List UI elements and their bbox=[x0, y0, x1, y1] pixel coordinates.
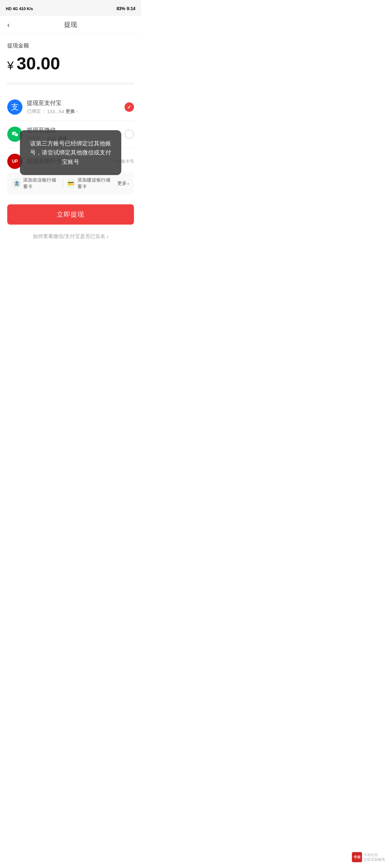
wechat-account: 杨杨 bbox=[47, 135, 56, 142]
wechat-bound-label: 已绑定： bbox=[27, 135, 46, 142]
currency-symbol: ¥ bbox=[7, 59, 14, 72]
battery-level: 83% bbox=[117, 6, 125, 11]
no-card-note: 可免输卡号 bbox=[112, 158, 134, 165]
status-bar: HD 4G 410 K/s 83% 9:14 bbox=[0, 0, 141, 16]
more-button[interactable]: 更多 › bbox=[117, 180, 129, 187]
alipay-radio-selected[interactable] bbox=[125, 102, 134, 112]
alipay-bound-label: 已绑定： bbox=[27, 108, 46, 115]
bank-section-header: UP 提现至银行卡 可免输卡号 bbox=[7, 154, 134, 169]
alipay-option[interactable]: 支 提现至支付宝 已绑定： 133...54 更换 › bbox=[7, 94, 134, 121]
withdraw-button[interactable]: 立即提现 bbox=[7, 204, 134, 225]
bank-title-row: UP 提现至银行卡 bbox=[7, 154, 62, 169]
bank-add-icon-2: 💳 bbox=[66, 178, 75, 188]
amount-value: ¥ 30.00 bbox=[7, 54, 134, 73]
alipay-change-arrow: › bbox=[76, 109, 78, 114]
alipay-account: 133...54 bbox=[47, 109, 64, 114]
amount-section: 提现金额 ¥ 30.00 bbox=[7, 42, 134, 85]
status-left: HD 4G 410 K/s bbox=[6, 7, 33, 11]
alipay-info: 提现至支付宝 已绑定： 133...54 更换 › bbox=[27, 99, 125, 115]
bank-add-row: 🏦 添加农业银行储蓄卡 💳 添加建设银行储蓄卡 更多 › bbox=[7, 173, 134, 194]
bank-add-item-1[interactable]: 🏦 添加农业银行储蓄卡 bbox=[12, 177, 60, 190]
amount-number: 30.00 bbox=[17, 54, 60, 73]
payment-options: 支 提现至支付宝 已绑定： 133...54 更换 › bbox=[7, 94, 134, 197]
bank-add-item-2[interactable]: 💳 添加建设银行储蓄卡 bbox=[66, 177, 114, 190]
more-label: 更多 bbox=[117, 180, 127, 187]
back-button[interactable]: ‹ bbox=[6, 19, 11, 30]
page-title: 提现 bbox=[64, 20, 77, 29]
bank-add-text-2: 添加建设银行储蓄卡 bbox=[77, 177, 114, 190]
main-content: 提现金额 ¥ 30.00 支 提现至支付宝 已绑定： 133...54 更换 › bbox=[0, 34, 141, 243]
bank-add-icon-1: 🏦 bbox=[12, 178, 21, 188]
wechat-icon bbox=[7, 127, 22, 142]
wechat-name: 提现至微信 bbox=[27, 127, 125, 134]
help-text: 如何查看微信/支付宝是否已实名 bbox=[33, 233, 105, 240]
wechat-change-arrow: › bbox=[69, 136, 70, 141]
help-arrow: › bbox=[107, 234, 109, 239]
time-display: 9:14 bbox=[127, 6, 135, 11]
header: ‹ 提现 bbox=[0, 16, 141, 34]
unionpay-icon: UP bbox=[7, 154, 22, 169]
wechat-option[interactable]: 提现至微信 已绑定： 杨杨 更换 › bbox=[7, 121, 134, 148]
more-arrow: › bbox=[127, 181, 129, 186]
alipay-change-btn[interactable]: 更换 bbox=[66, 108, 75, 115]
wechat-radio-unselected[interactable] bbox=[125, 129, 134, 139]
wechat-change-btn[interactable]: 更换 bbox=[58, 135, 67, 142]
alipay-name: 提现至支付宝 bbox=[27, 99, 125, 107]
bank-section: UP 提现至银行卡 可免输卡号 🏦 添加农业银行储蓄卡 💳 添加建设银行储蓄卡 … bbox=[7, 148, 134, 197]
help-link[interactable]: 如何查看微信/支付宝是否已实名 › bbox=[7, 230, 134, 243]
alipay-sub: 已绑定： 133...54 更换 › bbox=[27, 108, 125, 115]
divider-vertical bbox=[63, 178, 63, 188]
bank-title: 提现至银行卡 bbox=[27, 158, 62, 165]
alipay-icon: 支 bbox=[7, 99, 22, 115]
status-right: 83% 9:14 bbox=[117, 6, 135, 11]
status-info: HD 4G 410 K/s bbox=[6, 7, 33, 11]
amount-label: 提现金额 bbox=[7, 42, 134, 49]
wechat-sub: 已绑定： 杨杨 更换 › bbox=[27, 135, 125, 142]
wechat-info: 提现至微信 已绑定： 杨杨 更换 › bbox=[27, 127, 125, 142]
bank-add-text-1: 添加农业银行储蓄卡 bbox=[23, 177, 60, 190]
